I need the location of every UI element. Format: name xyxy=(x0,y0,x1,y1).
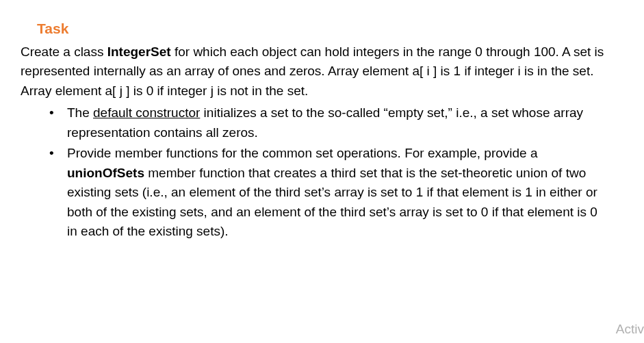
intro-classname: IntegerSet xyxy=(107,45,171,59)
bullet-underlined: default constructor xyxy=(93,105,200,120)
intro-prefix: Create a class xyxy=(21,45,107,59)
bullet-list: The default constructor initializes a se… xyxy=(21,103,610,242)
bullet-bold: unionOfSets xyxy=(67,166,144,180)
task-heading: Task xyxy=(37,18,610,40)
intro-paragraph: Create a class IntegerSet for which each… xyxy=(21,42,610,101)
bullet-prefix: Provide member functions for the common … xyxy=(67,146,538,160)
activation-watermark: Activ xyxy=(616,320,644,340)
bullet-prefix: The xyxy=(67,105,93,120)
bullet-suffix: member function that creates a third set… xyxy=(67,166,597,239)
list-item: Provide member functions for the common … xyxy=(21,144,610,242)
list-item: The default constructor initializes a se… xyxy=(21,103,610,142)
